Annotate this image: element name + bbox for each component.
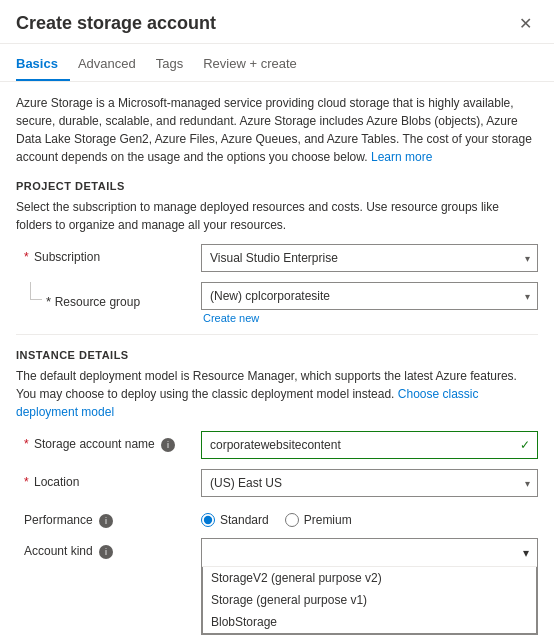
subscription-row: * Subscription Visual Studio Enterprise …	[16, 244, 538, 272]
learn-more-link[interactable]: Learn more	[371, 150, 432, 164]
location-select[interactable]: (US) East US	[201, 469, 538, 497]
storage-account-name-info-icon[interactable]: i	[161, 438, 175, 452]
performance-standard-label: Standard	[220, 513, 269, 527]
project-details-description: Select the subscription to manage deploy…	[16, 198, 538, 234]
panel-title: Create storage account	[16, 13, 216, 34]
performance-standard-radio[interactable]	[201, 513, 215, 527]
location-select-wrapper: (US) East US ▾	[201, 469, 538, 497]
account-kind-dropdown: ▾ StorageV2 (general purpose v2) Storage…	[201, 538, 538, 635]
performance-label: Performance i	[16, 507, 201, 528]
subscription-select[interactable]: Visual Studio Enterprise	[201, 244, 538, 272]
tab-review-create[interactable]: Review + create	[203, 48, 309, 81]
performance-radio-group: Standard Premium	[201, 507, 538, 527]
storage-account-name-row: * Storage account name i ✓	[16, 431, 538, 459]
storage-account-name-input-wrapper: ✓	[201, 431, 538, 459]
performance-premium-option[interactable]: Premium	[285, 513, 352, 527]
storage-account-name-control: ✓	[201, 431, 538, 459]
resource-group-label-wrapper: * Resource group	[16, 282, 201, 309]
location-row: * Location (US) East US ▾	[16, 469, 538, 497]
location-label: * Location	[16, 469, 201, 489]
storage-account-name-input[interactable]	[201, 431, 538, 459]
resource-group-control: (New) cplcorporatesite ▾ Create new	[201, 282, 538, 324]
account-kind-dropdown-list: StorageV2 (general purpose v2) Storage (…	[202, 567, 537, 634]
performance-info-icon[interactable]: i	[99, 514, 113, 528]
tab-tags[interactable]: Tags	[156, 48, 195, 81]
content-area: Azure Storage is a Microsoft-managed ser…	[0, 82, 554, 638]
panel: Create storage account ✕ Basics Advanced…	[0, 0, 554, 638]
project-details-header: PROJECT DETAILS	[16, 180, 538, 192]
close-button[interactable]: ✕	[513, 12, 538, 35]
account-kind-chevron-icon: ▾	[523, 546, 529, 560]
valid-checkmark-icon: ✓	[520, 438, 530, 452]
account-kind-label: Account kind i	[16, 538, 201, 559]
instance-details-description: The default deployment model is Resource…	[16, 367, 538, 421]
tab-bar: Basics Advanced Tags Review + create	[0, 48, 554, 82]
indent-line	[30, 282, 42, 300]
resource-group-select-wrapper: (New) cplcorporatesite ▾	[201, 282, 538, 310]
storage-account-name-label: * Storage account name i	[16, 431, 201, 452]
performance-premium-radio[interactable]	[285, 513, 299, 527]
tab-basics[interactable]: Basics	[16, 48, 70, 81]
performance-standard-option[interactable]: Standard	[201, 513, 269, 527]
location-control: (US) East US ▾	[201, 469, 538, 497]
resource-group-select[interactable]: (New) cplcorporatesite	[201, 282, 538, 310]
account-kind-dropdown-header[interactable]: ▾	[202, 539, 537, 567]
section-divider	[16, 334, 538, 335]
panel-header: Create storage account ✕	[0, 0, 554, 44]
tab-advanced[interactable]: Advanced	[78, 48, 148, 81]
account-kind-info-icon[interactable]: i	[99, 545, 113, 559]
performance-control: Standard Premium	[201, 507, 538, 527]
create-new-link[interactable]: Create new	[201, 312, 538, 324]
intro-description: Azure Storage is a Microsoft-managed ser…	[16, 94, 538, 166]
performance-row: Performance i Standard Premium	[16, 507, 538, 528]
subscription-label: * Subscription	[16, 244, 201, 264]
account-kind-option-storagev2[interactable]: StorageV2 (general purpose v2)	[203, 567, 536, 589]
account-kind-control: ▾ StorageV2 (general purpose v2) Storage…	[201, 538, 538, 635]
subscription-control: Visual Studio Enterprise ▾	[201, 244, 538, 272]
account-kind-option-storage[interactable]: Storage (general purpose v1)	[203, 589, 536, 611]
performance-premium-label: Premium	[304, 513, 352, 527]
account-kind-row: Account kind i ▾ StorageV2 (general purp…	[16, 538, 538, 635]
resource-group-row: * Resource group (New) cplcorporatesite …	[16, 282, 538, 324]
instance-details-header: INSTANCE DETAILS	[16, 349, 538, 361]
subscription-select-wrapper: Visual Studio Enterprise ▾	[201, 244, 538, 272]
account-kind-option-blobstorage[interactable]: BlobStorage	[203, 611, 536, 633]
